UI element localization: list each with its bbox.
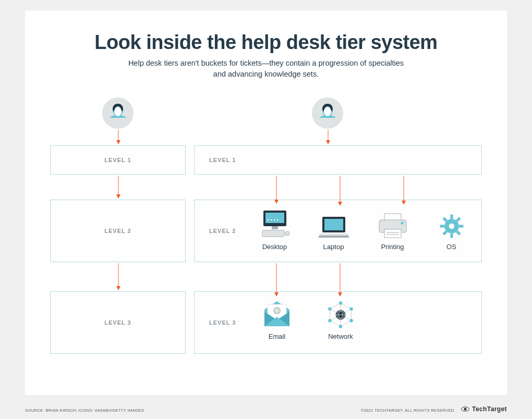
svg-line-45 (330, 303, 341, 309)
eye-icon (461, 406, 470, 412)
left-level-2-box: LEVEL 2 (50, 200, 186, 262)
subtitle-line-1: Help desk tiers aren't buckets for ticke… (128, 59, 404, 67)
footer-source: SOURCE: BRIAN KIRSCH; ICONS: VASABII/GET… (25, 408, 144, 413)
svg-rect-17 (384, 229, 401, 238)
svg-point-12 (276, 219, 278, 221)
arrow-down-icon (116, 263, 117, 290)
left-level-1-box: LEVEL 1 (50, 145, 186, 175)
laptop-label: Laptop (309, 243, 358, 251)
svg-marker-69 (402, 201, 406, 205)
diagram-card: Look inside the help desk tier system He… (25, 10, 507, 395)
svg-point-18 (401, 222, 403, 225)
svg-rect-24 (450, 233, 453, 238)
os-label: OS (427, 243, 476, 251)
svg-rect-25 (458, 225, 463, 227)
printing-item: Printing (368, 213, 417, 251)
arrow-down-icon (338, 176, 339, 206)
arrow-down-icon (274, 263, 275, 297)
arrow-down-icon (116, 176, 117, 199)
level-3-items: @ Email (250, 300, 476, 340)
svg-point-52 (328, 307, 332, 311)
svg-point-1 (114, 107, 122, 116)
svg-line-43 (330, 321, 341, 326)
svg-rect-7 (262, 230, 284, 237)
printer-icon (377, 213, 408, 240)
svg-line-42 (341, 321, 352, 326)
network-icon (326, 300, 355, 329)
laptop-icon (318, 216, 349, 240)
svg-rect-5 (265, 213, 284, 223)
svg-point-54 (328, 319, 332, 323)
svg-marker-59 (116, 194, 120, 199)
printing-label: Printing (368, 243, 417, 251)
svg-point-8 (285, 231, 289, 236)
svg-rect-6 (272, 226, 278, 229)
left-level-3-label: LEVEL 3 (104, 319, 131, 326)
svg-marker-65 (274, 200, 279, 204)
svg-line-40 (341, 303, 352, 309)
logo-text: TechTarget (472, 405, 507, 413)
svg-text:@: @ (274, 308, 280, 314)
page-subtitle: Help desk tiers aren't buckets for ticke… (25, 58, 507, 80)
user-avatar-left (102, 97, 134, 129)
os-item: OS (427, 213, 476, 251)
svg-rect-23 (450, 214, 453, 219)
svg-marker-61 (116, 286, 120, 290)
arrow-down-icon (402, 176, 403, 205)
svg-marker-73 (338, 292, 342, 297)
arrow-down-icon (338, 263, 339, 297)
right-level-3-box: LEVEL 3 @ Email (194, 291, 482, 354)
svg-rect-14 (324, 219, 343, 230)
svg-point-50 (339, 301, 343, 305)
level-2-items: Desktop Laptop (250, 208, 476, 251)
svg-point-75 (464, 408, 467, 411)
gear-icon (438, 213, 465, 240)
svg-marker-67 (338, 202, 342, 206)
right-level-2-box: LEVEL 2 Desktop (194, 200, 482, 262)
svg-point-53 (349, 307, 353, 311)
svg-point-11 (273, 219, 275, 221)
footer-copyright: ©2021 TECHTARGET. ALL RIGHTS RESERVED. (361, 408, 455, 413)
left-level-2-label: LEVEL 2 (104, 228, 131, 234)
desktop-item: Desktop (250, 208, 299, 251)
svg-point-51 (339, 325, 343, 328)
svg-marker-63 (326, 140, 330, 144)
arrow-down-icon (326, 130, 327, 144)
email-label: Email (250, 332, 304, 340)
arrow-down-icon (116, 130, 117, 144)
page-title: Look inside the help desk tier system (25, 10, 507, 54)
svg-point-9 (267, 219, 269, 221)
svg-point-55 (349, 319, 353, 323)
right-level-2-label: LEVEL 2 (209, 228, 236, 234)
left-level-1-label: LEVEL 1 (104, 157, 131, 163)
left-level-3-box: LEVEL 3 (50, 291, 186, 354)
network-label: Network (313, 332, 368, 340)
right-level-3-label: LEVEL 3 (209, 319, 236, 326)
svg-point-10 (270, 219, 272, 221)
desktop-icon (259, 208, 291, 240)
right-level-1-label: LEVEL 1 (209, 157, 236, 163)
laptop-item: Laptop (309, 216, 358, 251)
diagram-area: LEVEL 1 LEVEL 2 LEVEL 3 LEVEL 1 LEVEL 2 (25, 95, 507, 387)
svg-point-22 (449, 224, 454, 229)
network-item: Network (313, 300, 368, 340)
right-level-1-box: LEVEL 1 (194, 145, 482, 175)
svg-marker-71 (274, 292, 279, 297)
email-icon: @ (261, 300, 293, 329)
email-item: @ Email (250, 300, 304, 340)
desktop-label: Desktop (250, 243, 299, 251)
user-avatar-right (312, 97, 343, 129)
footer: SOURCE: BRIAN KIRSCH; ICONS: VASABII/GET… (25, 405, 507, 413)
subtitle-line-2: and advancing knowledge sets. (213, 70, 319, 78)
svg-rect-26 (440, 225, 444, 227)
svg-point-3 (324, 107, 331, 116)
svg-marker-57 (116, 140, 120, 144)
arrow-down-icon (274, 176, 275, 204)
techtarget-logo: TechTarget (461, 405, 507, 413)
